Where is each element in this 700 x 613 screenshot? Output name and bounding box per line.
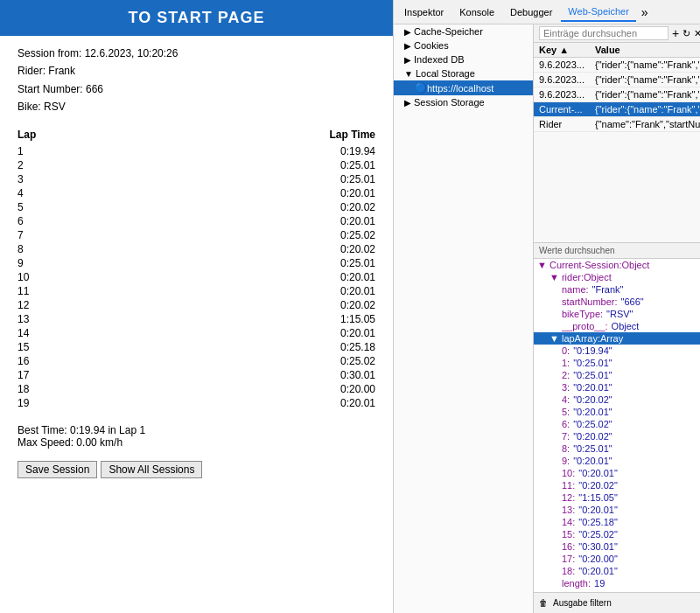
tree-item-indexed-db[interactable]: ▶Indexed DB [394, 52, 533, 66]
tab-webspeicher[interactable]: Web-Speicher [561, 3, 636, 22]
lap-row: 90:25.01 [18, 256, 375, 270]
storage-row[interactable]: 9.6.2023...{"rider":{"name":"Frank","sta… [534, 58, 700, 73]
value-tree-row[interactable]: 17:"0:20.00" [534, 553, 700, 565]
storage-row[interactable]: 9.6.2023...{"rider":{"name":"Frank","sta… [534, 73, 700, 87]
value-tree-row[interactable]: 13:"0:20.01" [534, 504, 700, 516]
tree-arrow: ▶ [404, 55, 411, 65]
vt-key: 14: [562, 517, 575, 527]
lap-table: Lap Lap Time 10:19.9420:25.0130:25.0140:… [18, 125, 375, 410]
value-tree-row[interactable]: 0:"0:19.94" [534, 345, 700, 357]
storage-row[interactable]: 9.6.2023...{"rider":{"name":"Frank","sta… [534, 87, 700, 102]
vt-key: 3: [562, 382, 570, 393]
show-all-sessions-button[interactable]: Show All Sessions [101, 461, 202, 478]
storage-value: {"rider":{"name":"Frank","startNumber":"… [590, 58, 700, 73]
value-tree-row[interactable]: 6:"0:25.02" [534, 418, 700, 430]
tab-konsole[interactable]: Konsole [452, 3, 501, 21]
value-tree-row[interactable]: 2:"0:25.01" [534, 369, 700, 381]
vt-val: "0:25.01" [573, 443, 612, 454]
value-tree-row[interactable]: 3:"0:20.01" [534, 381, 700, 394]
tree-item-https---localhost[interactable]: 🔵 https://localhost [394, 80, 533, 95]
delete-icon[interactable]: 🗑 [539, 598, 548, 608]
value-tree-row[interactable]: 15:"0:25.02" [534, 528, 700, 540]
tree-label: https://localhost [427, 83, 494, 94]
tree-item-session-storage[interactable]: ▶Session Storage [394, 95, 533, 109]
value-tree-row[interactable]: 4:"0:20.02" [534, 394, 700, 406]
bike-type: Bike: RSV [18, 98, 375, 115]
value-tree-row[interactable]: 1:"0:25.01" [534, 357, 700, 369]
lap-number: 3 [18, 172, 121, 186]
add-icon[interactable]: + [672, 26, 679, 40]
value-tree-row[interactable]: 14:"0:25.18" [534, 516, 700, 528]
tab-debugger[interactable]: Debugger [503, 3, 559, 21]
lap-row: 70:25.02 [18, 228, 375, 242]
lap-time: 0:20.01 [121, 214, 375, 228]
vt-key: 9: [562, 456, 570, 466]
value-tree-row[interactable]: length:19 [534, 577, 700, 589]
lap-number: 6 [18, 214, 121, 228]
vt-val: "0:20.01" [573, 456, 612, 466]
value-tree-row[interactable]: bikeType:"RSV" [534, 308, 700, 320]
vt-val: "0:25.01" [573, 358, 612, 368]
value-tree-row[interactable]: name:"Frank" [534, 283, 700, 296]
value-tree-row[interactable]: 5:"0:20.01" [534, 406, 700, 418]
devtools-panel: Inspektor Konsole Debugger Web-Speicher … [394, 0, 700, 613]
vt-key: 1: [562, 358, 570, 368]
refresh-icon[interactable]: ↻ [682, 28, 690, 39]
vt-key: 0: [562, 345, 570, 356]
lap-row: 170:30.01 [18, 368, 375, 382]
storage-tree: ▶Cache-Speicher▶Cookies▶Indexed DB▼Local… [394, 24, 534, 613]
lap-number: 14 [18, 326, 121, 340]
lap-row: 40:20.01 [18, 186, 375, 200]
value-tree-row[interactable]: 11:"0:20.02" [534, 479, 700, 491]
vt-key: 7: [562, 431, 570, 442]
value-tree-row[interactable]: 12:"1:15.05" [534, 491, 700, 504]
value-tree-row[interactable]: 18:"0:20.01" [534, 565, 700, 577]
value-tree-row[interactable]: 7:"0:20.02" [534, 430, 700, 442]
vt-key: bikeType: [562, 309, 603, 319]
vt-val: "0:25.02" [573, 419, 612, 429]
lap-time: 0:25.01 [121, 158, 375, 172]
vt-val: "0:20.01" [578, 566, 618, 576]
vt-key: 13: [562, 505, 575, 515]
tree-item-cookies[interactable]: ▶Cookies [394, 38, 533, 52]
tab-inspektor[interactable]: Inspektor [397, 3, 451, 21]
value-tree-row[interactable]: ▼ Current-Session:Object [534, 259, 700, 271]
value-tree-row[interactable]: 16:"0:30.01" [534, 540, 700, 553]
lap-number: 9 [18, 256, 121, 270]
lap-row: 160:25.02 [18, 354, 375, 368]
storage-value: {"name":"Frank","startNumber":"666","bik… [590, 117, 700, 132]
storage-key: Rider [534, 117, 590, 132]
storage-tree-container: ▶Cache-Speicher▶Cookies▶Indexed DB▼Local… [394, 24, 700, 613]
tree-item-cache-speicher[interactable]: ▶Cache-Speicher [394, 24, 533, 38]
value-tree-row[interactable]: ▼ lapArray:Array [534, 332, 700, 345]
page-title: TO START PAGE [0, 0, 393, 36]
vt-key: ▼ lapArray:Array [550, 333, 623, 344]
value-tree-row[interactable]: startNumber:"666" [534, 296, 700, 308]
vt-key: startNumber: [562, 296, 618, 307]
lap-time: 0:20.00 [121, 382, 375, 396]
lap-number: 16 [18, 354, 121, 368]
vt-key: ▼ rider:Object [550, 272, 612, 282]
value-tree-row[interactable]: __proto__:Object [534, 320, 700, 332]
value-tree-row[interactable]: ▼ rider:Object [534, 271, 700, 283]
value-tree-header: Werte durchsuchen [534, 243, 700, 259]
tree-label: Session Storage [414, 97, 485, 108]
vt-key: 17: [562, 554, 575, 564]
lap-time: 0:20.01 [121, 284, 375, 298]
storage-filter-input[interactable] [539, 26, 668, 40]
lap-time: 0:20.02 [121, 298, 375, 312]
storage-row[interactable]: Rider{"name":"Frank","startNumber":"666"… [534, 117, 700, 132]
save-session-button[interactable]: Save Session [18, 461, 97, 478]
filter-label: Ausgabe filtern [553, 598, 612, 608]
tree-item-local-storage[interactable]: ▼Local Storage [394, 66, 533, 80]
close-icon[interactable]: ✕ [694, 28, 700, 39]
value-tree-row[interactable]: 9:"0:20.01" [534, 455, 700, 467]
lap-time: 0:25.01 [121, 172, 375, 186]
vt-val: "0:20.01" [578, 505, 618, 515]
value-tree-row[interactable]: 8:"0:25.01" [534, 442, 700, 455]
more-tabs-icon[interactable]: » [638, 5, 652, 19]
value-tree-row[interactable]: 10:"0:20.01" [534, 467, 700, 479]
storage-row[interactable]: Current-...{"rider":{"name":"Frank","sta… [534, 102, 700, 117]
lap-number: 1 [18, 144, 121, 158]
col-key: Key ▲ [534, 43, 590, 58]
